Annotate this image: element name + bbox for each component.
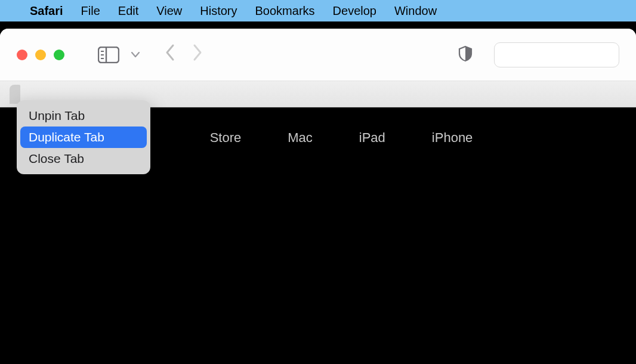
tab-groups-dropdown[interactable] (131, 50, 140, 60)
nav-iphone[interactable]: iPhone (432, 130, 473, 146)
close-window-button[interactable] (17, 50, 27, 60)
maximize-window-button[interactable] (54, 50, 64, 60)
menu-history[interactable]: History (200, 4, 237, 18)
safari-toolbar (0, 29, 636, 81)
app-menu[interactable]: Safari (30, 4, 63, 18)
tab-context-menu: Unpin Tab Duplicate Tab Close Tab (17, 100, 150, 174)
nav-mac[interactable]: Mac (288, 130, 313, 146)
nav-store[interactable]: Store (210, 130, 242, 146)
menu-develop[interactable]: Develop (333, 4, 376, 18)
back-button[interactable] (165, 44, 175, 66)
menu-bookmarks[interactable]: Bookmarks (255, 4, 315, 18)
macos-menubar: Safari File Edit View History Bookmarks … (0, 0, 636, 21)
menu-view[interactable]: View (156, 4, 182, 18)
pinned-tab[interactable] (10, 85, 20, 104)
sidebar-icon (98, 47, 119, 63)
nav-ipad[interactable]: iPad (359, 130, 385, 146)
address-bar[interactable] (494, 42, 619, 67)
context-close-tab[interactable]: Close Tab (20, 148, 147, 169)
context-duplicate-tab[interactable]: Duplicate Tab (20, 127, 147, 148)
safari-window (0, 29, 636, 107)
minimize-window-button[interactable] (35, 50, 46, 60)
apple-site-nav: Store Mac iPad iPhone (163, 130, 473, 146)
window-controls (17, 50, 64, 60)
context-unpin-tab[interactable]: Unpin Tab (20, 105, 147, 127)
sidebar-toggle-button[interactable] (99, 47, 118, 63)
privacy-report-icon[interactable] (458, 45, 473, 64)
menu-window[interactable]: Window (394, 4, 437, 18)
menu-file[interactable]: File (81, 4, 100, 18)
menu-edit[interactable]: Edit (118, 4, 138, 18)
forward-button[interactable] (192, 44, 203, 66)
